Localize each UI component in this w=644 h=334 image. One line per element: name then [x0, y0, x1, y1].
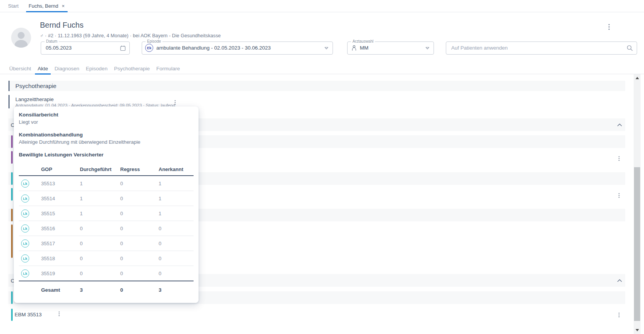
episode-value: ambulante Behandlung - 02.05.2023 - 30.0… [156, 45, 271, 51]
search-icon[interactable] [627, 45, 633, 51]
scroll-down-icon[interactable] [634, 327, 641, 333]
cell-durchgefuehrt: 1 [80, 211, 120, 216]
leistungen-rows: Lk 35513 1 0 1 Lk 35514 1 0 1 Lk 35515 1… [19, 176, 194, 281]
row-kebab-icon[interactable] [618, 192, 621, 199]
datum-field[interactable]: Datum [41, 42, 130, 55]
chevron-down-icon[interactable] [425, 47, 429, 50]
cell-anerkannt: 1 [159, 196, 194, 201]
entry-ebm-35513[interactable]: EBM 35513 [8, 306, 625, 325]
cell-gop: 35518 [41, 256, 80, 261]
patient-demographics: ♂ · #2 · 11.12.1963 (59 Jahre, 4 Monate)… [40, 33, 221, 38]
cell-anerkannt: 0 [159, 241, 194, 246]
section-title: Psychotherapie [15, 83, 56, 90]
tab-start-label: Start [8, 3, 18, 9]
cell-durchgefuehrt: 1 [80, 181, 120, 186]
tab-formulare[interactable]: Formulare [156, 63, 181, 74]
cell-anerkannt: 0 [159, 271, 194, 276]
calendar-icon[interactable] [120, 45, 126, 51]
arztauswahl-value: MM [360, 45, 369, 51]
doctor-icon [351, 45, 357, 51]
cell-gop: 35515 [41, 211, 80, 216]
cell-gop: 35517 [41, 241, 80, 246]
apply-to-patient-search[interactable] [446, 42, 637, 55]
row-accent-bar [11, 291, 13, 304]
leistungen-table-row: Lk 35516 0 0 0 [19, 221, 194, 236]
total-anerkannt: 3 [159, 287, 194, 293]
cell-anerkannt: 0 [159, 256, 194, 261]
total-label: Gesamt [41, 287, 80, 293]
section-header-psychotherapie: Psychotherapie [8, 81, 625, 91]
cell-anerkannt: 1 [159, 211, 194, 216]
tab-diagnosen[interactable]: Diagnosen [54, 63, 80, 74]
leistungen-total-row: Gesamt 3 0 3 [19, 281, 194, 298]
lk-badge: Lk [21, 194, 29, 203]
col-anerkannt: Anerkannt [159, 166, 194, 172]
row-kebab-icon[interactable] [618, 312, 621, 318]
kombinationsbehandlung-value: Alleinige Durchführung mit überwiegend E… [19, 138, 194, 146]
lk-badge: Lk [21, 254, 29, 263]
cell-gop: 35516 [41, 226, 80, 231]
row-accent-bar [11, 209, 13, 221]
tab-psychotherapie[interactable]: Psychotherapie [113, 63, 151, 74]
ebm-kebab-icon[interactable] [58, 311, 61, 317]
tab-episoden[interactable]: Episoden [85, 63, 108, 74]
cell-regress: 0 [120, 196, 159, 201]
lk-badge: Lk [21, 179, 29, 188]
section-accent-bar [8, 81, 10, 91]
chevron-down-icon[interactable] [324, 47, 328, 50]
lk-badge: Lk [21, 224, 29, 233]
cell-regress: 0 [120, 241, 159, 246]
row-accent-bar [11, 309, 13, 321]
entry-kebab-icon[interactable] [174, 99, 177, 106]
search-input[interactable] [451, 42, 620, 53]
close-tab-icon[interactable]: × [62, 3, 65, 8]
tab-uebersicht[interactable]: Übersicht [8, 63, 32, 74]
chevron-up-icon[interactable] [617, 279, 622, 282]
kombinationsbehandlung-label: Kombinationsbehandlung [19, 131, 194, 138]
tab-patient-fuchs-bernd[interactable]: Fuchs, Bernd × [28, 0, 65, 12]
cell-durchgefuehrt: 0 [80, 271, 120, 276]
cell-gop: 35513 [41, 181, 80, 186]
col-regress: Regress [120, 166, 159, 172]
entry-accent-bar [8, 95, 10, 108]
scroll-up-icon[interactable] [634, 75, 641, 81]
datum-input[interactable] [46, 42, 111, 53]
cell-gop: 35519 [41, 271, 80, 276]
patient-nav-tabs: Übersicht Akte Diagnosen Episoden Psycho… [8, 63, 180, 74]
lk-badge: Lk [21, 239, 29, 248]
tab-start[interactable]: Start [8, 0, 18, 12]
vertical-scrollbar[interactable] [634, 74, 641, 334]
patient-avatar [11, 28, 31, 48]
patient-menu-kebab-icon[interactable] [608, 23, 611, 31]
cell-anerkannt: 1 [159, 181, 194, 186]
tab-patient-label: Fuchs, Bernd [28, 3, 58, 9]
episode-field[interactable]: Episode Ek ambulante Behandlung - 02.05.… [142, 42, 333, 55]
cell-anerkannt: 0 [159, 226, 194, 231]
row-accent-bar [11, 172, 13, 185]
konsiliarbericht-value: Liegt vor [19, 118, 194, 126]
leistungen-table: GOP Durchgeführt Regress Anerkannt Lk 35… [19, 163, 194, 298]
entry-title: Langzeittherapie [15, 96, 54, 102]
tab-akte[interactable]: Akte [37, 63, 49, 74]
cell-regress: 0 [120, 271, 159, 276]
konsiliarbericht-label: Konsiliarbericht [19, 111, 194, 118]
window-tab-bar: Start Fuchs, Bernd × [0, 0, 644, 12]
leistungen-title: Bewilligte Leistungen Versicherter [19, 151, 194, 158]
arztauswahl-field[interactable]: Arztauswahl MM [347, 42, 434, 55]
row-accent-bar [11, 188, 13, 201]
cell-durchgefuehrt: 0 [80, 226, 120, 231]
scrollbar-thumb[interactable] [634, 167, 640, 321]
leistungen-table-header: GOP Durchgeführt Regress Anerkannt [19, 163, 194, 176]
row-kebab-icon[interactable] [618, 155, 621, 162]
episode-ek-badge: Ek [145, 44, 153, 52]
leistungen-table-row: Lk 35519 0 0 0 [19, 266, 194, 281]
episode-label: Episode [146, 39, 162, 43]
col-gop: GOP [41, 166, 80, 172]
chevron-up-icon[interactable] [617, 123, 622, 126]
total-durchgefuehrt: 3 [80, 287, 120, 293]
cell-regress: 0 [120, 256, 159, 261]
cell-durchgefuehrt: 1 [80, 196, 120, 201]
cell-gop: 35514 [41, 196, 80, 201]
total-regress: 0 [120, 287, 159, 293]
row-accent-bar [11, 135, 13, 148]
